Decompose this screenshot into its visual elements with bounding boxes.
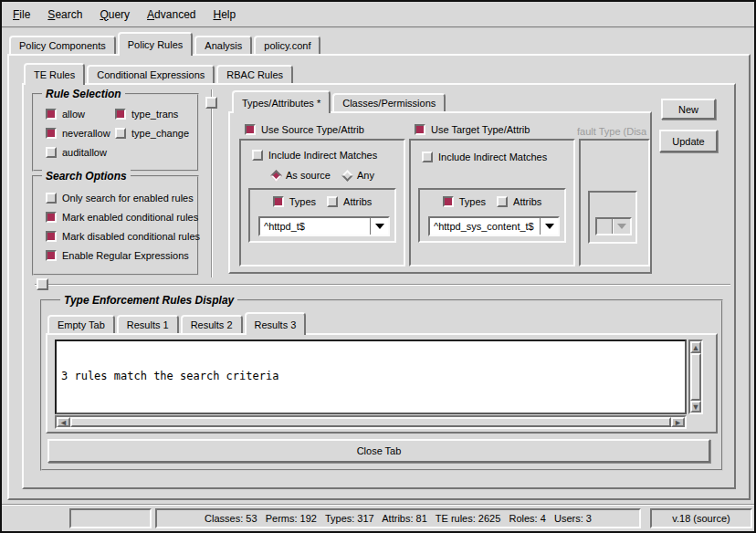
tab-policy-conf[interactable]: policy.conf [254, 36, 320, 54]
results-text-area[interactable]: 3 rules match the search criteria (5822)… [55, 340, 687, 414]
radio-as-source[interactable]: As source [272, 170, 331, 181]
menu-help[interactable]: Help [213, 8, 236, 21]
tab-policy-components[interactable]: Policy Components [9, 36, 116, 54]
checkbox-indicator[interactable] [46, 147, 57, 158]
close-tab-button[interactable]: Close Tab [47, 439, 710, 463]
checkbox-label: type_trans [131, 109, 178, 120]
checkbox-indicator[interactable] [115, 128, 126, 139]
update-button[interactable]: Update [659, 130, 718, 152]
scroll-right-arrow-icon[interactable]: ► [671, 417, 685, 427]
scrollbar-thumb[interactable] [70, 417, 671, 427]
status-separator [2, 504, 754, 506]
vertical-sash[interactable] [211, 89, 213, 277]
results-horizontal-scrollbar[interactable]: ◄ ► [55, 415, 687, 429]
results-vertical-scrollbar[interactable]: ▲ ▼ [688, 340, 703, 414]
checkbox-source-indirect[interactable]: Include Indirect Matches [252, 150, 377, 161]
checkbox-source-types[interactable]: Types [273, 196, 316, 207]
checkbox-source-attribs[interactable]: Attribs [327, 196, 372, 207]
combobox-separator [612, 219, 614, 234]
checkbox-indicator[interactable] [46, 231, 57, 242]
rules-tab-row: TE Rules Conditional Expressions RBAC Ru… [24, 63, 293, 85]
checkbox-mark-disabled[interactable]: Mark disabled conditional rules [46, 231, 197, 242]
scroll-left-arrow-icon[interactable]: ◄ [57, 417, 70, 427]
checkbox-target-indirect[interactable]: Include Indirect Matches [422, 152, 547, 162]
menu-query[interactable]: Query [100, 8, 130, 21]
checkbox-neverallow[interactable]: neverallow [46, 128, 115, 139]
radio-indicator[interactable] [270, 170, 282, 182]
checkbox-use-target[interactable]: Use Target Type/Attrib [415, 124, 530, 135]
checkbox-indicator[interactable] [46, 128, 57, 139]
checkbox-target-types[interactable]: Types [443, 196, 486, 207]
scroll-up-arrow-icon[interactable]: ▲ [690, 341, 701, 353]
status-stats: Classes: 53 Perms: 192 Types: 317 Attrib… [155, 508, 641, 528]
checkbox-label: Mark enabled conditional rules [62, 212, 198, 223]
checkbox-indicator[interactable] [46, 193, 57, 204]
target-type-combobox[interactable]: ^httpd_sys_content_t$ [428, 216, 560, 236]
checkbox-indicator[interactable] [415, 124, 425, 135]
checkbox-indicator[interactable] [273, 196, 284, 207]
checkbox-auditallow[interactable]: auditallow [46, 147, 115, 158]
radio-indicator[interactable] [341, 170, 353, 182]
vertical-sash-handle[interactable] [205, 97, 217, 109]
radio-label: Any [357, 170, 374, 181]
checkbox-indicator[interactable] [422, 152, 433, 162]
checkbox-indicator[interactable] [46, 109, 57, 120]
menu-file[interactable]: File [13, 8, 30, 21]
checkbox-target-attribs[interactable]: Attribs [497, 196, 541, 207]
scroll-down-arrow-icon[interactable]: ▼ [690, 401, 701, 413]
tab-label: Conditional Expressions [97, 69, 205, 80]
checkbox-use-source[interactable]: Use Source Type/Attrib [245, 124, 364, 135]
horizontal-sash[interactable] [35, 284, 730, 286]
status-version: v.18 (source) [650, 508, 752, 528]
scrollbar-thumb[interactable] [690, 353, 701, 401]
status-box-empty [69, 508, 152, 528]
menu-advanced[interactable]: Advanced [147, 8, 195, 21]
apol-window: File Search Query Advanced Help Policy C… [0, 0, 756, 533]
source-type-combobox[interactable]: ^httpd_t$ [258, 216, 390, 236]
tab-results-1[interactable]: Results 1 [117, 315, 179, 333]
tab-empty-tab[interactable]: Empty Tab [47, 315, 115, 333]
menu-bar: File Search Query Advanced Help [2, 2, 754, 28]
chevron-down-icon[interactable] [545, 224, 554, 229]
checkbox-indicator[interactable] [497, 196, 508, 207]
tab-analysis[interactable]: Analysis [194, 36, 252, 54]
group-title: Type Enforcement Rules Display [60, 294, 237, 307]
radio-label: As source [286, 170, 331, 181]
tab-results-2[interactable]: Results 2 [181, 315, 243, 333]
checkbox-indicator[interactable] [252, 150, 263, 161]
tab-te-rules[interactable]: TE Rules [24, 63, 85, 85]
horizontal-sash-handle[interactable] [37, 278, 48, 290]
tab-results-3[interactable]: Results 3 [245, 312, 307, 335]
checkbox-label: Include Indirect Matches [268, 150, 377, 161]
tab-label: policy.conf [264, 40, 310, 51]
checkbox-type-trans[interactable]: type_trans [115, 109, 197, 120]
tab-label: RBAC Rules [226, 69, 283, 80]
new-button[interactable]: New [661, 99, 716, 120]
checkbox-indicator[interactable] [245, 124, 256, 135]
button-label: New [678, 104, 698, 115]
menu-search[interactable]: Search [47, 8, 82, 21]
combobox-value: ^httpd_t$ [264, 221, 370, 232]
tab-label: Results 2 [191, 319, 233, 330]
radio-any[interactable]: Any [343, 170, 374, 181]
tab-types-attributes[interactable]: Types/Attributes * [232, 90, 331, 113]
checkbox-mark-enabled[interactable]: Mark enabled conditional rules [46, 212, 197, 223]
checkbox-type-change[interactable]: type_change [115, 128, 197, 139]
checkbox-enable-regex[interactable]: Enable Regular Expressions [46, 250, 197, 261]
checkbox-indicator[interactable] [46, 212, 57, 223]
checkbox-label: auditallow [62, 147, 107, 158]
checkbox-indicator[interactable] [115, 109, 126, 120]
checkbox-only-enabled-rules[interactable]: Only search for enabled rules [46, 193, 197, 204]
checkbox-indicator[interactable] [46, 250, 57, 261]
checkbox-indicator[interactable] [327, 196, 338, 207]
tab-policy-rules[interactable]: Policy Rules [118, 32, 194, 56]
checkbox-label: Include Indirect Matches [438, 152, 547, 162]
chevron-down-icon[interactable] [375, 224, 384, 229]
tab-conditional-expressions[interactable]: Conditional Expressions [87, 65, 215, 83]
target-types-frame: Types Attribs ^httpd_sys_content_t$ [418, 188, 566, 243]
tab-classes-permissions[interactable]: Classes/Permissions [332, 93, 446, 111]
checkbox-allow[interactable]: allow [46, 109, 115, 120]
tab-rbac-rules[interactable]: RBAC Rules [216, 65, 293, 83]
checkbox-indicator[interactable] [443, 196, 454, 207]
checkbox-label: allow [62, 109, 85, 120]
